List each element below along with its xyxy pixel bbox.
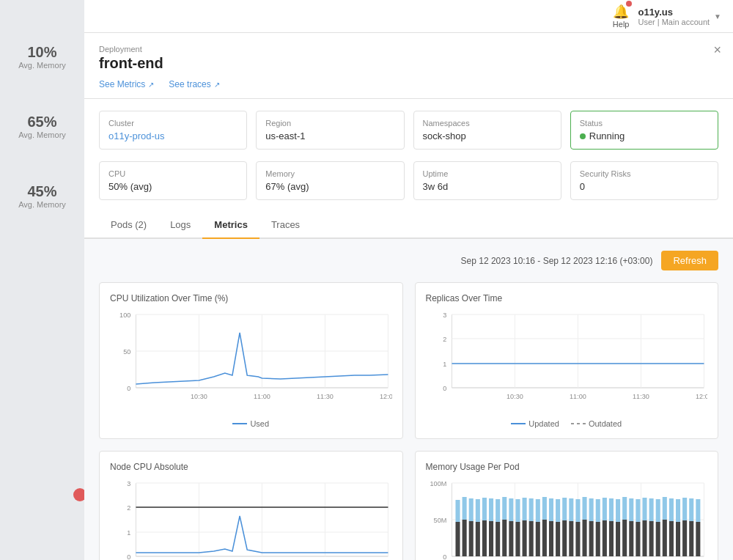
memory-per-pod-container: 100M 50M 0 10:30 11:00 11:30 12:00 [426,479,708,560]
node-cpu-chart: Node CPU Absolute 3 2 1 [99,451,403,560]
account-sub: User | Main account [638,18,710,26]
svg-text:0: 0 [127,553,130,560]
tabs-bar: Pods (2) Logs Metrics Traces [84,212,733,239]
legend-used-cpu: Used [232,419,269,428]
sidebar-stat-1: 10% Avg. Memory [18,44,66,70]
charts-area: Sep 12 2023 10:16 - Sep 12 2023 12:16 (+… [84,239,733,560]
legend-label-outdated: Outdated [589,419,622,428]
chevron-down-icon: ▼ [714,12,721,21]
security-risks-value: 0 [580,181,709,192]
svg-text:1: 1 [127,529,130,537]
cluster-label: Cluster [108,119,237,128]
time-range: Sep 12 2023 10:16 - Sep 12 2023 12:16 (+… [461,256,653,266]
region-label: Region [265,119,394,128]
legend-line-used-cpu [232,423,247,424]
svg-rect-122 [589,498,593,521]
svg-rect-138 [696,499,700,522]
bell-icon-wrapper: 🔔 [613,4,629,20]
svg-rect-90 [622,520,627,556]
svg-rect-110 [509,498,513,521]
account-menu[interactable]: o11y.us User | Main account ▼ [638,7,721,26]
help-label: Help [613,20,630,29]
memory-per-pod-chart: Memory Usage Per Pod 100M 50M 0 [415,451,719,560]
cluster-value[interactable]: o11y-prod-us [108,130,237,141]
cpu-utilization-chart: CPU Utilization Over Time (%) [99,282,403,439]
replicas-chart: Replicas Over Time 3 2 1 [415,282,719,439]
svg-rect-85 [589,521,593,556]
legend-line-updated [511,423,526,424]
tab-metrics[interactable]: Metrics [202,212,259,239]
svg-rect-65 [455,522,460,556]
region-value: us-east-1 [265,130,394,141]
svg-rect-83 [575,522,580,556]
svg-rect-87 [602,520,606,556]
svg-rect-93 [642,520,647,556]
svg-rect-108 [496,499,500,522]
sidebar-stat-3-label: Avg. Memory [18,200,66,209]
namespaces-label: Namespaces [423,119,552,128]
svg-rect-84 [582,520,586,556]
uptime-value: 3w 6d [423,181,552,192]
charts-grid: CPU Utilization Over Time (%) [99,282,718,560]
memory-label: Memory [265,169,394,178]
svg-rect-67 [468,521,473,556]
tab-logs[interactable]: Logs [158,212,202,239]
legend-updated: Updated [511,419,559,428]
tab-pods[interactable]: Pods (2) [99,212,158,239]
svg-rect-111 [515,499,520,522]
see-traces-link[interactable]: See traces ↗ [169,79,219,89]
legend-label-updated: Updated [528,419,559,428]
svg-text:11:00: 11:00 [254,393,270,400]
refresh-button[interactable]: Refresh [661,251,718,270]
svg-rect-124 [602,498,606,520]
external-link-icon-traces: ↗ [214,81,220,89]
svg-text:12:00: 12:00 [380,393,391,400]
svg-text:1: 1 [443,361,446,368]
panel-header: Deployment front-end See Metrics ↗ See t… [84,33,733,99]
svg-rect-119 [569,498,573,521]
svg-rect-126 [616,499,620,522]
svg-text:50M: 50M [433,517,446,524]
svg-text:3: 3 [127,480,130,487]
svg-rect-70 [489,521,493,556]
svg-rect-74 [515,522,520,556]
help-section: 🔔 Help [613,4,630,29]
svg-rect-80 [556,522,560,556]
see-metrics-link[interactable]: See Metrics ↗ [99,79,154,89]
svg-rect-128 [629,498,633,521]
main-panel: Deployment front-end See Metrics ↗ See t… [84,33,733,560]
legend-line-outdated [571,423,586,424]
namespaces-value: sock-shop [423,130,552,141]
close-button[interactable]: × [713,43,721,56]
tab-traces[interactable]: Traces [259,212,312,239]
svg-rect-114 [535,499,539,522]
svg-rect-89 [616,522,620,556]
namespaces-card: Namespaces sock-shop [413,111,561,150]
account-name: o11y.us [638,7,710,18]
svg-text:11:30: 11:30 [633,393,649,400]
svg-rect-69 [482,520,486,556]
topbar: 🔔 Help o11y.us User | Main account ▼ [84,0,733,33]
svg-rect-82 [569,521,573,556]
svg-rect-88 [608,521,613,556]
svg-text:0: 0 [443,553,446,560]
status-card: Status Running [570,111,718,150]
svg-rect-121 [582,497,586,520]
svg-text:100: 100 [119,312,130,319]
svg-rect-104 [468,498,473,521]
deployment-name: front-end [99,55,718,72]
svg-rect-71 [496,522,500,556]
cpu-value: 50% (avg) [108,181,237,192]
deployment-label: Deployment [99,45,718,54]
svg-rect-95 [655,522,660,556]
status-label: Status [580,119,709,128]
svg-rect-100 [689,521,693,556]
svg-rect-101 [696,522,700,556]
legend-outdated: Outdated [571,419,622,428]
svg-rect-116 [548,498,553,521]
node-cpu-title: Node CPU Absolute [110,462,392,472]
svg-rect-73 [509,521,513,556]
svg-rect-129 [636,499,640,522]
time-bar: Sep 12 2023 10:16 - Sep 12 2023 12:16 (+… [99,251,718,270]
svg-rect-79 [548,521,553,556]
